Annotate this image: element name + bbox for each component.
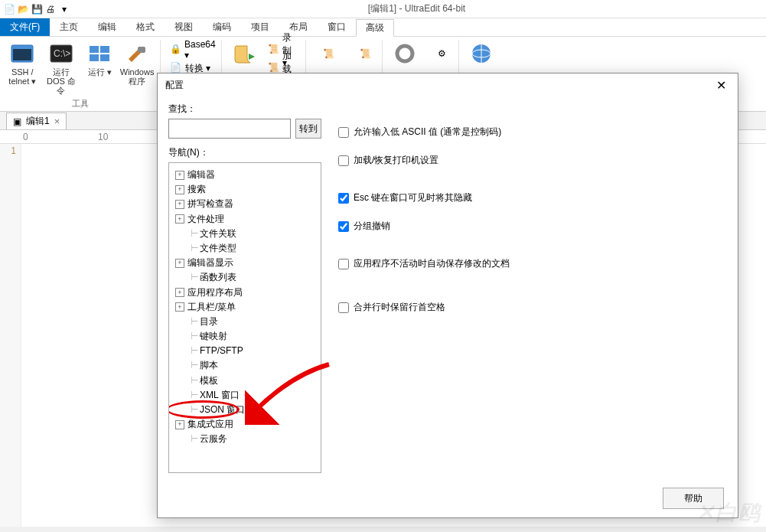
- tree-item-label: 脚本: [200, 358, 218, 373]
- menu-edit[interactable]: 编辑: [88, 18, 126, 36]
- config-checkbox-row[interactable]: 合并行时保留行首空格: [338, 301, 719, 314]
- ruler-mark: 10: [98, 132, 108, 142]
- new-file-icon[interactable]: 📄: [3, 3, 15, 15]
- tree-item[interactable]: ⊢XML 窗口: [171, 388, 319, 403]
- tree-item-label: 工具栏/菜单: [187, 300, 236, 315]
- nav-label: 导航(N)：: [168, 146, 321, 159]
- print-icon[interactable]: 🖨: [44, 3, 57, 15]
- menu-format[interactable]: 格式: [126, 18, 165, 36]
- gear-icon: [393, 41, 417, 66]
- globe-icon: [469, 41, 494, 66]
- menu-window[interactable]: 窗口: [318, 18, 356, 36]
- goto-button[interactable]: 转到: [295, 119, 321, 139]
- tree-item[interactable]: ⊢文件关联: [171, 227, 319, 241]
- tree-item[interactable]: +工具栏/菜单: [171, 300, 319, 315]
- save-icon[interactable]: 💾: [31, 3, 43, 15]
- svg-rect-4: [90, 46, 99, 53]
- config-checkbox-row[interactable]: 加载/恢复打印机设置: [338, 154, 719, 167]
- menu-home[interactable]: 主页: [50, 18, 88, 36]
- expand-icon[interactable]: +: [175, 200, 184, 209]
- svg-rect-8: [138, 47, 145, 53]
- config-checkbox[interactable]: [338, 302, 349, 313]
- checkbox-label: Esc 键在窗口可见时将其隐藏: [354, 191, 472, 204]
- config-checkbox[interactable]: [338, 221, 349, 232]
- tree-item[interactable]: +文件处理: [171, 212, 319, 227]
- close-icon[interactable]: ×: [54, 116, 60, 126]
- menu-file[interactable]: 文件(F): [0, 18, 50, 36]
- ribbon-run[interactable]: 运行 ▾: [83, 41, 116, 77]
- tree-item-label: 编辑器显示: [187, 256, 233, 270]
- svg-point-11: [402, 51, 408, 57]
- svg-rect-7: [100, 54, 109, 61]
- checkbox-label: 应用程序不活动时自动保存修改的文档: [354, 257, 510, 270]
- scroll-play-icon: [232, 41, 256, 66]
- expand-icon[interactable]: +: [175, 288, 184, 297]
- tab-icon: ▣: [13, 116, 21, 127]
- ribbon-dos[interactable]: C:\> 运行 DOS 命令: [44, 41, 80, 95]
- tree-item-label: XML 窗口: [200, 388, 240, 403]
- tree-item-label: 键映射: [200, 329, 227, 344]
- tree-item[interactable]: +搜索: [171, 182, 319, 197]
- tree-item[interactable]: ⊢脚本: [171, 358, 319, 373]
- scroll-record-icon: 📜: [268, 44, 279, 56]
- tree-item-label: 应用程序布局: [187, 286, 243, 300]
- svg-marker-9: [249, 54, 255, 60]
- expand-icon[interactable]: +: [175, 171, 184, 180]
- tree-item[interactable]: ⊢键映射: [171, 329, 319, 344]
- expand-icon[interactable]: +: [175, 185, 184, 194]
- tree-item[interactable]: +应用程序布局: [171, 286, 319, 300]
- ribbon-settings1[interactable]: [389, 41, 421, 66]
- svg-rect-5: [100, 46, 109, 53]
- tree-item-label: 模板: [200, 374, 218, 388]
- ribbon-settings2[interactable]: ⚙: [425, 41, 458, 66]
- tree-item[interactable]: ⊢函数列表: [171, 270, 319, 285]
- tree-item-label: 拼写检查器: [187, 197, 233, 211]
- tree-item[interactable]: +编辑器: [171, 168, 319, 182]
- expand-icon[interactable]: +: [175, 214, 184, 224]
- expand-icon[interactable]: +: [175, 420, 184, 429]
- tree-item[interactable]: ⊢模板: [171, 374, 319, 388]
- tree-item[interactable]: ⊢FTP/SFTP: [171, 344, 319, 358]
- config-checkbox[interactable]: [338, 127, 349, 138]
- dropdown-icon[interactable]: ▾: [58, 3, 70, 15]
- config-checkbox-row[interactable]: Esc 键在窗口可见时将其隐藏: [338, 191, 719, 204]
- tree-item-label: 目录: [200, 315, 218, 329]
- tree-item[interactable]: ⊢JSON 窗口: [171, 403, 319, 417]
- ribbon-winprog[interactable]: Windows 程序: [120, 41, 154, 86]
- config-checkbox-row[interactable]: 允许输入低 ASCII 值 (通常是控制码): [338, 126, 719, 139]
- config-checkbox[interactable]: [338, 193, 349, 204]
- search-input[interactable]: [168, 119, 291, 139]
- config-checkbox[interactable]: [338, 259, 349, 269]
- config-checkbox-row[interactable]: 分组撤销: [338, 220, 719, 233]
- scroll-icon: 📜: [316, 41, 341, 66]
- ribbon-script2[interactable]: 📜: [349, 41, 381, 66]
- menu-advanced[interactable]: 高级: [356, 19, 394, 37]
- nav-tree[interactable]: +编辑器+搜索+拼写检查器+文件处理⊢文件关联⊢文件类型+编辑器显示⊢函数列表+…: [168, 162, 321, 473]
- ribbon-web[interactable]: [465, 41, 497, 66]
- tree-item[interactable]: ⊢云服务: [171, 432, 319, 446]
- menu-project[interactable]: 项目: [241, 18, 279, 36]
- config-checkbox[interactable]: [338, 155, 349, 166]
- close-icon[interactable]: ✕: [712, 78, 730, 93]
- document-tab[interactable]: ▣ 编辑1 ×: [6, 113, 67, 129]
- expand-icon[interactable]: +: [175, 259, 184, 268]
- menu-coding[interactable]: 编码: [203, 18, 241, 36]
- config-dialog: 配置 ✕ 查找： 转到 导航(N)： +编辑器+搜索+拼写检查器+文件处理⊢文件…: [157, 73, 738, 518]
- tree-item[interactable]: +集成式应用: [171, 417, 319, 432]
- tree-item[interactable]: ⊢目录: [171, 315, 319, 329]
- ribbon-macro-play[interactable]: [228, 41, 260, 66]
- ribbon-base64[interactable]: 🔒Base64 ▾: [167, 41, 215, 58]
- config-checkbox-row[interactable]: 应用程序不活动时自动保存修改的文档: [338, 257, 719, 270]
- console-icon: C:\>: [49, 41, 73, 66]
- tree-item-label: 文件处理: [187, 212, 224, 227]
- tree-item[interactable]: +编辑器显示: [171, 256, 319, 270]
- tree-item[interactable]: ⊢文件类型: [171, 241, 319, 256]
- tree-item[interactable]: +拼写检查器: [171, 197, 319, 211]
- tree-item-label: 云服务: [200, 432, 227, 446]
- tree-item-label: JSON 窗口: [200, 403, 245, 417]
- ribbon-script1[interactable]: 📜: [312, 41, 344, 66]
- menu-view[interactable]: 视图: [165, 18, 203, 36]
- ribbon-ssh[interactable]: SSH / telnet ▾: [6, 41, 39, 86]
- open-file-icon[interactable]: 📂: [17, 3, 29, 15]
- expand-icon[interactable]: +: [175, 302, 184, 312]
